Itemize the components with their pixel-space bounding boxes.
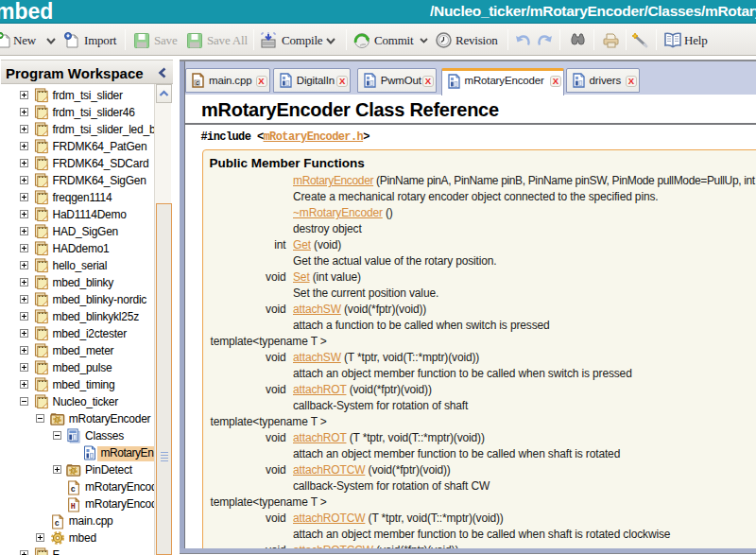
svg-text:c: c <box>196 80 199 87</box>
svg-text:c: c <box>55 519 60 529</box>
svg-text:c: c <box>71 485 76 494</box>
svg-text:H: H <box>71 502 76 512</box>
